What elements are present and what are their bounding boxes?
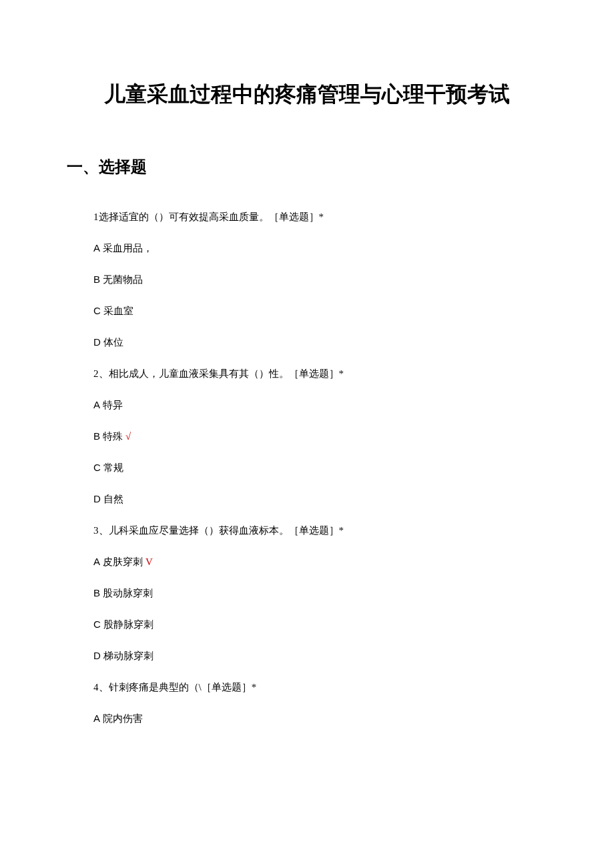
option: A皮肤穿刺V: [93, 556, 547, 568]
question-number: 1: [93, 211, 99, 222]
question-text: 3、儿科采血应尽量选择（）获得血液标本。［单选题］*: [93, 524, 547, 537]
option: C采血室: [93, 305, 547, 318]
question-list: 1选择适宜的（）可有效提高采血质量。［单选题］* A采血用品， B无菌物品 C采…: [93, 211, 547, 725]
option-text: 院内伤害: [103, 713, 143, 724]
exam-title: 儿童采血过程中的疼痛管理与心理干预考试: [67, 80, 547, 109]
option-text: 梯动脉穿刺: [103, 650, 154, 661]
option-text: 自然: [103, 494, 123, 504]
question-text: 2、相比成人，儿童血液采集具有其（）性。［单选题］*: [93, 368, 547, 380]
option: D体位: [93, 336, 547, 349]
option-label: D: [93, 493, 101, 504]
question-number: 2、: [93, 368, 109, 379]
option: A特异: [93, 399, 547, 412]
option: A采血用品，: [93, 242, 547, 255]
question-stem: 相比成人，儿童血液采集具有其（）性。［单选题］*: [109, 368, 344, 379]
question-stem: 儿科采血应尽量选择（）获得血液标本。［单选题］*: [109, 525, 344, 536]
section-heading: 一、选择题: [67, 156, 547, 177]
correct-mark-icon: √: [125, 431, 131, 442]
option-text: 皮肤穿刺: [103, 556, 143, 567]
option-text: 体位: [103, 337, 123, 348]
option: D梯动脉穿刺: [93, 650, 547, 663]
option: C股静脉穿刺: [93, 618, 547, 631]
option-label: A: [93, 242, 100, 254]
option: B特殊√: [93, 430, 547, 443]
option-text: 股静脉穿刺: [103, 619, 154, 630]
question-stem: 选择适宜的（）可有效提高采血质量。［单选题］*: [99, 211, 324, 222]
question-number: 4、: [93, 682, 109, 693]
option: B股动脉穿刺: [93, 587, 547, 600]
question-text: 4、针刺疼痛是典型的（\［单选题］*: [93, 681, 547, 694]
option-label: A: [93, 713, 100, 724]
option-label: B: [93, 430, 100, 442]
option-label: B: [93, 587, 100, 598]
option-text: 采血室: [103, 306, 133, 316]
question-stem: 针刺疼痛是典型的（\［单选题］*: [109, 682, 257, 693]
option-label: D: [93, 336, 101, 348]
option: B无菌物品: [93, 274, 547, 286]
option-label: A: [93, 399, 100, 410]
option-text: 特殊: [103, 431, 123, 442]
option-label: A: [93, 556, 100, 567]
option-text: 股动脉穿刺: [103, 588, 153, 598]
question-text: 1选择适宜的（）可有效提高采血质量。［单选题］*: [93, 211, 547, 224]
option-label: B: [93, 274, 100, 285]
option: A院内伤害: [93, 713, 547, 725]
option-label: C: [93, 305, 101, 316]
option: C常规: [93, 462, 547, 474]
option-text: 特异: [103, 400, 123, 410]
correct-mark-icon: V: [145, 556, 153, 567]
option-label: C: [93, 618, 101, 630]
option-text: 采血用品，: [103, 243, 153, 254]
question-number: 3、: [93, 525, 109, 536]
option-text: 常规: [103, 462, 123, 473]
option-text: 无菌物品: [103, 274, 143, 285]
option-label: D: [93, 650, 101, 661]
option: D自然: [93, 493, 547, 506]
option-label: C: [93, 462, 101, 473]
